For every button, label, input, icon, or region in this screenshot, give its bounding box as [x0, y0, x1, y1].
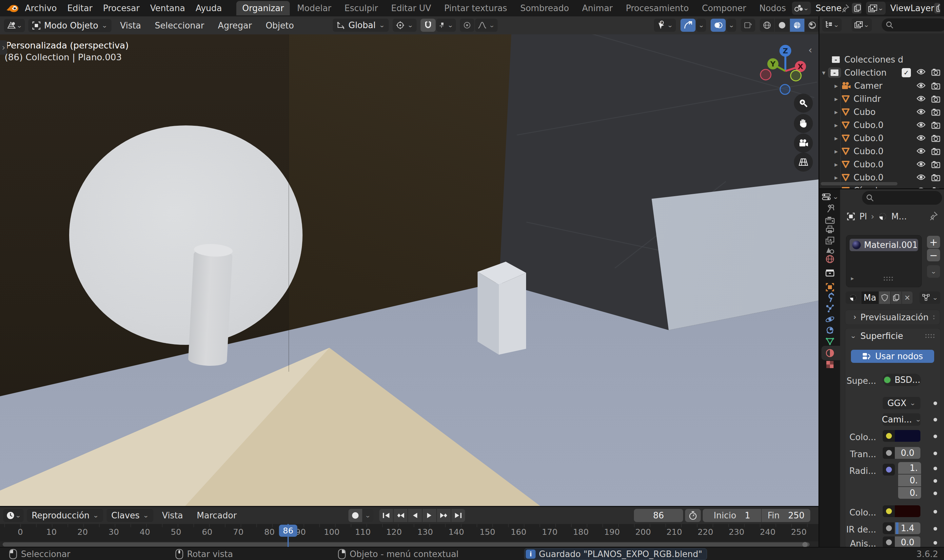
scene-collection-row[interactable]: Colecciones d	[819, 53, 944, 66]
keyframe-dot[interactable]	[933, 467, 937, 470]
tab-output[interactable]	[824, 225, 836, 234]
disable-render-toggle[interactable]	[931, 95, 940, 103]
base-color-swatch[interactable]	[895, 430, 921, 442]
keyframe-dot[interactable]	[933, 479, 937, 483]
editor-type-3dviewport-button[interactable]: ⌄	[4, 19, 25, 32]
pin-icon[interactable]	[929, 211, 938, 221]
keyframe-dot[interactable]	[933, 527, 937, 531]
timeline-ruler[interactable]: 0102030405060708090100110120130140150160…	[0, 524, 819, 542]
blender-logo-icon[interactable]	[5, 2, 20, 14]
jump-next-keyframe-button[interactable]	[437, 509, 451, 522]
tab-tool[interactable]	[824, 204, 836, 214]
panel-grip[interactable]	[925, 333, 936, 338]
ruler-tick-label[interactable]: 40	[140, 527, 150, 537]
breadcrumb-object[interactable]: Pl	[859, 212, 867, 222]
cylinder-object[interactable]	[188, 243, 233, 368]
disable-render-toggle[interactable]	[931, 68, 940, 76]
menu-ventana[interactable]: Ventana	[145, 3, 190, 13]
tab-animar[interactable]: Animar	[576, 1, 619, 15]
material-nodes-button[interactable]: ⌄	[919, 291, 940, 304]
ruler-tick-label[interactable]: 190	[604, 527, 620, 537]
radius-y-value[interactable]: 0.	[898, 474, 921, 486]
viewlayer-name-field[interactable]: ViewLayer	[890, 3, 934, 13]
outliner-row-mesh[interactable]: ▸ Cubo.0	[819, 118, 944, 132]
disc-object[interactable]	[69, 125, 302, 345]
jump-prev-keyframe-button[interactable]	[394, 509, 407, 522]
anisotropic-value[interactable]: 0.0	[895, 537, 921, 548]
menu-seleccionar[interactable]: Seleccionar	[150, 21, 210, 31]
ruler-tick-label[interactable]: 150	[480, 527, 495, 537]
frame-start-field[interactable]: Inicio1	[703, 509, 761, 522]
outliner-display-mode-button[interactable]: ⌄	[851, 18, 872, 31]
object-visibility-dropdown[interactable]: 0 ⌄	[654, 18, 676, 32]
hide-eye-toggle[interactable]	[916, 160, 926, 168]
outliner-row-camera[interactable]: ▸ Camer	[819, 79, 944, 92]
pan-view-button[interactable]	[794, 114, 813, 133]
timeline-view-menu[interactable]: Vista	[157, 511, 188, 520]
tab-esculpir[interactable]: Esculpir	[339, 1, 384, 15]
tab-viewlayer[interactable]	[824, 236, 836, 246]
current-frame-field[interactable]: 86	[634, 509, 683, 522]
snap-target-dropdown[interactable]: ⌄	[436, 18, 456, 32]
ruler-tick-label[interactable]: 160	[511, 527, 526, 537]
editor-type-outliner-button[interactable]: ⌄	[822, 18, 842, 31]
play-reverse-button[interactable]	[408, 509, 422, 522]
ior-slider[interactable]: 1.4	[895, 522, 921, 534]
disable-render-toggle[interactable]	[931, 121, 940, 129]
hide-eye-toggle[interactable]	[916, 121, 926, 128]
disable-render-toggle[interactable]	[931, 160, 940, 168]
collection-checkbox[interactable]: ✓	[902, 68, 911, 77]
slot-filter-toggle[interactable]: ▸	[851, 275, 854, 282]
ruler-tick-label[interactable]: 200	[635, 527, 651, 537]
snap-toggle[interactable]	[421, 18, 436, 32]
surface-panel-header[interactable]: ⌄ Superficie	[845, 328, 940, 343]
playhead-badge[interactable]: 86	[279, 525, 297, 537]
ruler-tick-label[interactable]: 250	[791, 527, 807, 537]
ruler-tick-label[interactable]: 70	[233, 527, 244, 537]
remove-slot-button[interactable]: −	[927, 249, 940, 262]
scrollbar-handle[interactable]	[802, 542, 808, 547]
ruler-tick-label[interactable]: 170	[542, 527, 558, 537]
distribution-dropdown[interactable]: GGX ⌄	[883, 397, 921, 409]
disclosure-closed-icon[interactable]: ▸	[832, 174, 841, 182]
hide-eye-toggle[interactable]	[916, 148, 926, 155]
ruler-tick-label[interactable]: 80	[264, 527, 275, 537]
editor-type-timeline-button[interactable]: ⌄	[3, 509, 23, 522]
mode-dropdown[interactable]: Modo Objeto ⌄	[28, 19, 111, 32]
disclosure-closed-icon[interactable]: ▸	[832, 95, 841, 103]
tab-texture[interactable]	[824, 360, 836, 369]
ruler-tick-label[interactable]: 110	[355, 527, 371, 537]
tab-nodos[interactable]: Nodos	[753, 1, 791, 15]
collection-row[interactable]: ▾ Collection ✓	[819, 66, 944, 79]
hide-eye-toggle[interactable]	[916, 174, 926, 181]
subsurface-method-dropdown[interactable]: Cami... ⌄	[883, 413, 921, 426]
panel-grip[interactable]	[933, 315, 935, 320]
ruler-tick-label[interactable]: 220	[697, 527, 713, 537]
view-navigation-gizmo[interactable]: Z Y X	[760, 38, 812, 97]
ruler-tick-label[interactable]: 210	[666, 527, 682, 537]
outliner-row-mesh[interactable]: ▸ Cubo.0	[819, 145, 944, 158]
gizmo-dropdown[interactable]: ⌄	[696, 18, 706, 32]
browse-scene-button[interactable]: ⌄	[792, 2, 811, 15]
new-material-button[interactable]	[891, 291, 901, 304]
tab-physics[interactable]	[824, 314, 836, 324]
auto-keying-dropdown[interactable]: ⌄	[362, 509, 373, 522]
tab-constraints[interactable]	[824, 325, 836, 335]
timeline-hscrollbar[interactable]	[3, 542, 810, 546]
zoom-view-button[interactable]	[794, 94, 813, 113]
jump-to-end-button[interactable]	[451, 509, 465, 522]
keyframe-dot[interactable]	[933, 402, 937, 405]
disclosure-closed-icon[interactable]: ▸	[832, 160, 841, 168]
hide-eye-toggle[interactable]	[916, 82, 926, 89]
slot-specials-button[interactable]: ⌄	[927, 265, 940, 278]
camera-view-button[interactable]	[794, 134, 813, 152]
pivot-point-dropdown[interactable]: ⌄	[393, 18, 416, 32]
ruler-tick-label[interactable]: 130	[417, 527, 433, 537]
transmission-socket[interactable]	[883, 447, 895, 459]
browse-viewlayer-button[interactable]: ⌄	[866, 2, 885, 15]
disable-render-toggle[interactable]	[931, 148, 940, 155]
material-name-field[interactable]: Ma	[861, 291, 878, 304]
keys-menu[interactable]: Claves ⌄	[106, 509, 153, 522]
tab-editar-uv[interactable]: Editar UV	[385, 1, 437, 15]
ruler-tick-label[interactable]: 120	[386, 527, 402, 537]
